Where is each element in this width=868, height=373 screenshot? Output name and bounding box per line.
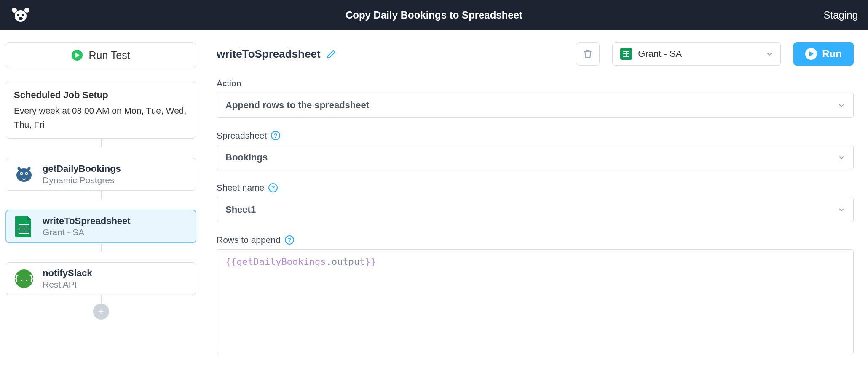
sheetname-label: Sheet name ? <box>217 183 854 193</box>
delete-button[interactable] <box>576 42 600 66</box>
action-label: Action <box>217 78 854 88</box>
help-icon[interactable]: ? <box>285 235 294 245</box>
app-header: Copy Daily Bookings to Spreadsheet Stagi… <box>0 0 868 30</box>
scheduled-job-card[interactable]: Scheduled Job Setup Every week at 08:00 … <box>6 81 196 139</box>
chevron-down-icon <box>838 102 845 109</box>
rest-api-icon: {..} <box>13 268 35 290</box>
svg-point-0 <box>12 8 17 13</box>
svg-point-1 <box>24 8 29 13</box>
spreadsheet-value: Bookings <box>225 152 268 163</box>
svg-text:{..}: {..} <box>14 273 34 283</box>
step-notifyslack[interactable]: {..} notifySlack Rest API <box>6 262 196 295</box>
sheets-icon <box>13 216 35 237</box>
help-icon[interactable]: ? <box>271 131 280 140</box>
trash-icon <box>582 48 593 59</box>
svg-point-5 <box>19 17 23 20</box>
action-select[interactable]: Append rows to the spreadsheet <box>217 93 854 118</box>
run-button[interactable]: Run <box>793 42 854 66</box>
rows-code-input[interactable]: {{getDailyBookings.output}} <box>217 249 854 354</box>
chevron-down-icon <box>838 154 845 161</box>
step-name: notifySlack <box>43 268 92 279</box>
connector-line <box>101 243 102 251</box>
svg-point-9 <box>21 173 22 174</box>
step-name: writeToSpreadsheet <box>43 216 131 226</box>
sheetname-select[interactable]: Sheet1 <box>217 197 854 222</box>
environment-badge[interactable]: Staging <box>824 9 858 21</box>
scheduled-title: Scheduled Job Setup <box>14 88 188 102</box>
connection-select[interactable]: Grant - SA <box>612 42 781 66</box>
add-step-button[interactable]: + <box>93 304 109 320</box>
sidebar: Run Test Scheduled Job Setup Every week … <box>0 30 202 373</box>
run-test-label: Run Test <box>88 49 130 61</box>
svg-point-6 <box>16 168 32 182</box>
rows-label: Rows to append ? <box>217 235 854 245</box>
play-icon <box>805 48 817 60</box>
sheets-icon <box>620 48 632 60</box>
spreadsheet-label: Spreadsheet ? <box>217 131 854 141</box>
run-label: Run <box>822 48 842 60</box>
svg-point-3 <box>17 14 19 16</box>
edit-name-icon[interactable] <box>327 49 337 59</box>
app-logo[interactable] <box>10 7 31 24</box>
panel-title: writeToSpreadsheet <box>217 48 321 61</box>
help-icon[interactable]: ? <box>268 183 278 192</box>
chevron-down-icon <box>838 206 845 213</box>
scheduled-desc: Every week at 08:00 AM on Mon, Tue, Wed,… <box>14 104 188 131</box>
connector-line <box>101 295 102 304</box>
svg-point-2 <box>15 10 27 22</box>
step-sub: Dynamic Postgres <box>43 175 121 185</box>
workflow-title: Copy Daily Bookings to Spreadsheet <box>0 9 868 21</box>
play-icon <box>72 50 83 61</box>
chevron-down-icon <box>766 51 773 57</box>
step-writetospreadsheet[interactable]: writeToSpreadsheet Grant - SA <box>6 210 196 243</box>
step-sub: Rest API <box>43 280 92 290</box>
spreadsheet-select[interactable]: Bookings <box>217 145 854 170</box>
step-name: getDailyBookings <box>43 163 121 174</box>
sheetname-value: Sheet1 <box>225 204 256 215</box>
run-test-button[interactable]: Run Test <box>6 42 196 68</box>
action-value: Append rows to the spreadsheet <box>225 100 369 111</box>
svg-point-4 <box>22 14 24 16</box>
postgres-icon <box>13 163 35 185</box>
step-sub: Grant - SA <box>43 227 131 237</box>
connection-label: Grant - SA <box>638 48 682 59</box>
step-config-panel: writeToSpreadsheet Grant - SA <box>202 30 868 373</box>
svg-point-10 <box>26 173 27 174</box>
connector-line <box>101 139 102 147</box>
step-getdailybookings[interactable]: getDailyBookings Dynamic Postgres <box>6 158 196 191</box>
connector-line <box>101 191 102 199</box>
